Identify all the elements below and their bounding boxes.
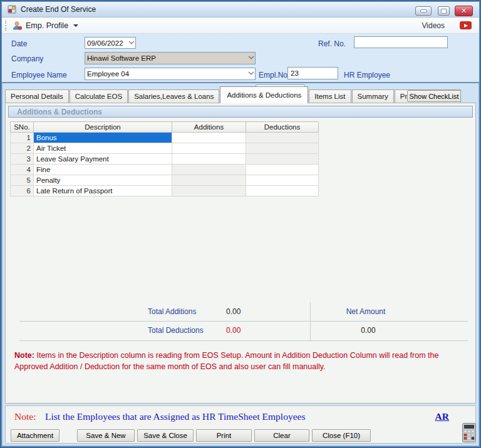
toolbar: Emp. Profile Videos <box>2 18 479 34</box>
print-button[interactable]: Print <box>196 429 252 442</box>
deductions-cell[interactable] <box>246 165 319 175</box>
deductions-cell[interactable] <box>246 143 319 154</box>
deductions-cell[interactable] <box>246 175 319 186</box>
tab-personal-details[interactable]: Personal Details <box>5 89 69 103</box>
additions-cell[interactable] <box>172 165 246 175</box>
company-label: Company <box>11 54 43 63</box>
row-number[interactable]: 4 <box>11 165 34 175</box>
row-number[interactable]: 1 <box>11 133 34 143</box>
tab-items-list[interactable]: Items List <box>309 89 351 103</box>
hr-employee-label: HR Employee <box>344 71 390 79</box>
tab-calculate-eos[interactable]: Calculate EOS <box>70 89 128 103</box>
employee-name-select[interactable]: Employee 04 <box>85 68 256 80</box>
col-header-additions[interactable]: Additions <box>172 122 246 133</box>
additions-cell[interactable] <box>172 133 246 143</box>
deductions-cell[interactable] <box>246 154 319 165</box>
total-deductions-value: 0.00 <box>226 326 240 335</box>
totals-section: Total Additions 0.00 Total Deductions 0.… <box>6 302 475 342</box>
table-row: 4 Fine <box>11 165 319 175</box>
combo-arrow-icon <box>129 38 134 43</box>
additions-cell[interactable] <box>172 175 246 186</box>
company-select[interactable]: Hinawi Software ERP <box>85 52 256 64</box>
ar-language-link[interactable]: AR <box>435 411 449 422</box>
description-note: Note: Items in the Description column is… <box>14 350 470 372</box>
save-new-button[interactable]: Save & New <box>77 429 135 442</box>
description-cell[interactable]: Air Ticket <box>34 143 172 154</box>
col-header-sno[interactable]: SNo. <box>11 122 34 133</box>
combo-arrow-icon <box>249 54 254 59</box>
show-checklist-button[interactable]: Show CheckList <box>407 90 461 102</box>
additions-cell[interactable] <box>172 154 246 165</box>
table-row: 6 Late Return of Passport <box>11 186 319 196</box>
additions-cell[interactable] <box>172 186 246 196</box>
close-icon: ✕ <box>461 8 467 14</box>
maximize-icon <box>441 9 447 14</box>
additions-cell[interactable] <box>172 143 246 154</box>
col-header-description[interactable]: Description <box>34 122 172 133</box>
total-additions-value: 0.00 <box>226 307 240 316</box>
table-row: 3 Leave Salary Payment <box>11 154 319 165</box>
ref-no-input[interactable] <box>354 36 448 48</box>
row-number[interactable]: 5 <box>11 175 34 186</box>
table-row: 1 Bonus <box>11 133 319 143</box>
clear-button[interactable]: Clear <box>254 429 309 442</box>
table-header-row: SNo. Description Additions Deductions <box>11 122 319 133</box>
net-amount-value: 0.00 <box>306 326 431 335</box>
additions-deductions-table: SNo. Description Additions Deductions 1 … <box>10 121 319 196</box>
description-cell[interactable]: Fine <box>34 165 172 175</box>
footer-note-label: Note: <box>14 411 36 422</box>
videos-link[interactable]: Videos <box>422 21 445 30</box>
toolbar-grip[interactable] <box>5 21 8 31</box>
footer-note-text: List the Employees that are Assigned as … <box>45 411 305 422</box>
total-additions-label: Total Additions <box>148 307 196 316</box>
close-button[interactable]: ✕ <box>455 6 473 16</box>
tab-additions-deductions[interactable]: Additions & Deductions <box>220 86 308 103</box>
group-header: Additions & Deductions <box>8 106 473 118</box>
row-number[interactable]: 6 <box>11 186 34 196</box>
window-controls: ✕ <box>2 6 479 17</box>
totals-rule <box>19 321 468 322</box>
row-number[interactable]: 2 <box>11 143 34 154</box>
app-window: Create End Of Service ✕ Emp. Profile Vid… <box>0 0 481 448</box>
col-header-deductions[interactable]: Deductions <box>246 122 319 133</box>
table-row: 2 Air Ticket <box>11 143 319 154</box>
employee-profile-icon <box>12 21 23 31</box>
maximize-button[interactable] <box>438 6 450 16</box>
deductions-cell[interactable] <box>246 186 319 196</box>
emp-profile-button[interactable]: Emp. Profile <box>26 21 68 30</box>
tab-strip: Personal Details Calculate EOS Salaries,… <box>5 86 462 103</box>
employee-name-label: Employee Name <box>11 71 67 79</box>
chevron-down-icon[interactable] <box>73 24 78 27</box>
date-label: Date <box>11 39 27 48</box>
ref-no-label: Ref. No. <box>318 39 346 48</box>
additions-deductions-panel: Additions & Deductions SNo. Description … <box>5 103 476 404</box>
footer-note: Note: List the Employees that are Assign… <box>6 411 475 424</box>
deductions-cell[interactable] <box>246 133 319 143</box>
description-cell[interactable]: Late Return of Passport <box>34 186 172 196</box>
empl-no-label: Empl.No <box>259 71 287 79</box>
youtube-icon[interactable] <box>460 21 472 29</box>
date-select[interactable]: 09/06/2022 <box>85 37 136 49</box>
calculator-icon[interactable] <box>462 423 476 442</box>
empl-no-input[interactable] <box>287 67 338 79</box>
header-form: Date 09/06/2022 Ref. No. Company Hinawi … <box>2 34 479 83</box>
description-cell[interactable]: Bonus <box>34 133 172 143</box>
tab-summary[interactable]: Summary <box>352 89 394 103</box>
attachment-button[interactable]: Attachment <box>11 429 59 442</box>
description-cell[interactable]: Leave Salary Payment <box>34 154 172 165</box>
save-close-button[interactable]: Save & Close <box>137 429 194 442</box>
total-deductions-label: Total Deductions <box>148 326 204 335</box>
footer-panel: Note: List the Employees that are Assign… <box>5 405 476 444</box>
row-number[interactable]: 3 <box>11 154 34 165</box>
minimize-button[interactable] <box>415 6 432 16</box>
table-row: 5 Penalty <box>11 175 319 186</box>
tab-salaries-leaves-loans[interactable]: Salaries,Leaves & Loans <box>128 89 219 103</box>
minimize-icon <box>420 9 427 13</box>
net-amount-label: Net Amount <box>303 307 428 316</box>
totals-rule <box>19 340 468 341</box>
close-f10-button[interactable]: Close (F10) <box>312 429 371 442</box>
combo-arrow-icon <box>249 69 254 74</box>
play-icon <box>464 24 468 28</box>
description-cell[interactable]: Penalty <box>34 175 172 186</box>
title-bar: Create End Of Service ✕ <box>2 2 479 18</box>
